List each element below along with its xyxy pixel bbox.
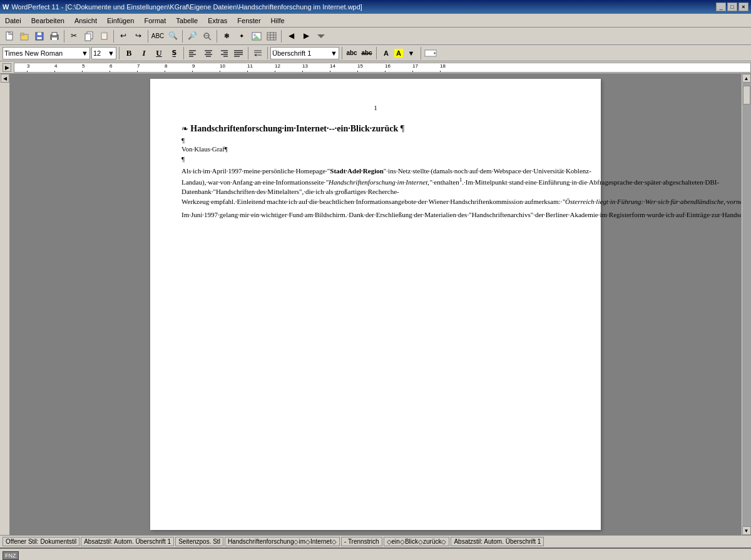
- nav-fwd-button[interactable]: ▶: [299, 29, 313, 43]
- menu-fenster[interactable]: Fenster: [232, 14, 265, 27]
- menu-datei[interactable]: Datei: [0, 14, 26, 27]
- svg-rect-8: [37, 37, 42, 39]
- zoom-in-button[interactable]: 🔎: [185, 29, 199, 43]
- shadow-button[interactable]: S̲: [167, 47, 181, 59]
- undo-button[interactable]: ↩: [116, 29, 130, 43]
- zoom-out-button[interactable]: [200, 29, 214, 43]
- ruler-mark-3: 3: [27, 63, 29, 69]
- abc-button2[interactable]: abc: [360, 47, 374, 59]
- font-dropdown-icon: ▼: [81, 49, 88, 57]
- new-button[interactable]: [3, 29, 16, 43]
- color-button[interactable]: A: [379, 47, 393, 59]
- ruler-tick: [192, 71, 193, 73]
- ruler-mark-17: 17: [412, 63, 418, 69]
- svg-rect-5: [21, 33, 24, 35]
- align-center-button[interactable]: [202, 47, 215, 59]
- minimize-button[interactable]: _: [716, 3, 726, 11]
- paragraph-2: Im·Juni·1997·gelang·mir·ein·wichtiger·Fu…: [181, 210, 570, 220]
- reveal-code-line: FNZ: [3, 551, 748, 560]
- page-number: 1: [181, 104, 570, 111]
- indent-button[interactable]: [251, 47, 265, 59]
- menu-bearbeiten[interactable]: Bearbeiten: [26, 14, 69, 27]
- menu-einfuegen[interactable]: Einfügen: [102, 14, 139, 27]
- font-size-value: 12: [93, 49, 101, 57]
- abc-button1[interactable]: abc: [345, 47, 359, 59]
- ruler-tick: [220, 71, 220, 73]
- ruler-mark-6: 6: [110, 63, 112, 69]
- formatting-toolbar: Times New Roman ▼ 12 ▼ B I U S̲ Überschr…: [0, 45, 751, 61]
- ruler-toggle[interactable]: ▶: [3, 63, 11, 72]
- svg-point-18: [253, 34, 256, 36]
- align-right-button[interactable]: [217, 47, 230, 59]
- document-page: 1 ❧ Handschriftenforschung·im·Internet·-…: [150, 79, 601, 530]
- window-title: WordPerfect 11 - [C:\Dokumente und Einst…: [11, 3, 362, 11]
- ruler-tick: [110, 71, 110, 73]
- style-selector[interactable]: Überschrift 1 ▼: [270, 47, 339, 59]
- ruler-mark-4: 4: [54, 63, 57, 69]
- scroll-left-btn[interactable]: ◀: [1, 74, 9, 83]
- highlight-button[interactable]: A: [394, 49, 403, 58]
- ruler-tick: [302, 71, 303, 73]
- table-button[interactable]: [265, 29, 278, 43]
- menu-hilfe[interactable]: Hilfe: [266, 14, 290, 27]
- redo-button[interactable]: ↪: [131, 29, 145, 43]
- sep-fmt7: [421, 47, 421, 59]
- ruler-tick: [412, 71, 413, 73]
- ruler-tick: [330, 71, 330, 73]
- code-tag: FNZ: [3, 551, 19, 560]
- open-button[interactable]: [18, 29, 31, 43]
- status-text2: ◇ein◇Blick◇zurück◇: [384, 537, 450, 546]
- ruler-mark-10: 10: [220, 63, 225, 69]
- style-dropdown-icon: ▼: [330, 49, 337, 57]
- paste-button[interactable]: 📋: [97, 29, 111, 43]
- maximize-button[interactable]: □: [727, 3, 737, 11]
- sep-fmt4: [267, 47, 268, 59]
- menu-ansicht[interactable]: Ansicht: [69, 14, 102, 27]
- svg-rect-10: [52, 33, 57, 36]
- menu-tabelle[interactable]: Tabelle: [171, 14, 203, 27]
- cut-button[interactable]: ✂: [67, 29, 81, 43]
- font-name-selector[interactable]: Times New Roman ▼: [3, 47, 90, 59]
- dropdown-button1[interactable]: [314, 29, 328, 43]
- sep-fmt1: [119, 47, 120, 59]
- title-pilcrow: ¶: [398, 124, 404, 133]
- spellcheck-button[interactable]: ABC: [151, 29, 165, 43]
- ruler-mark-13: 13: [302, 63, 308, 69]
- scroll-down-button[interactable]: ▼: [742, 526, 751, 535]
- style-dropdown-btn[interactable]: [424, 47, 437, 59]
- graphics-button[interactable]: [250, 29, 263, 43]
- reveal-codes-panel: FNZVon◇Klaus◇GrafFNZFNZAls◇ich◇im◇April◇…: [0, 547, 751, 560]
- pilcrow-icon: ❧: [181, 124, 190, 133]
- sep-fmt3: [248, 47, 248, 59]
- ruler-mark-11: 11: [247, 63, 253, 69]
- find-button[interactable]: 🔍: [166, 29, 180, 43]
- align-left-button[interactable]: [186, 47, 200, 59]
- italic-button[interactable]: I: [137, 47, 151, 59]
- insert-symbol-button[interactable]: ✦: [235, 29, 248, 43]
- copy-button[interactable]: [82, 29, 96, 43]
- ruler-tick: [440, 71, 441, 73]
- menu-bar: Datei Bearbeiten Ansicht Einfügen Format…: [0, 14, 751, 28]
- justify-button[interactable]: [232, 47, 245, 59]
- menu-format[interactable]: Format: [139, 14, 171, 27]
- underline-button[interactable]: U: [152, 47, 166, 59]
- svg-line-15: [208, 38, 211, 40]
- save-button[interactable]: [33, 29, 46, 43]
- scroll-thumb[interactable]: [743, 86, 750, 104]
- ruler-mark-7: 7: [137, 63, 140, 69]
- menu-extras[interactable]: Extras: [203, 14, 232, 27]
- print-button[interactable]: [48, 29, 61, 43]
- scroll-up-button[interactable]: ▲: [742, 74, 751, 83]
- separator2: [113, 30, 114, 43]
- scroll-track[interactable]: [742, 83, 751, 526]
- ruler-tick: [275, 71, 275, 73]
- title-bar: W WordPerfect 11 - [C:\Dokumente und Ein…: [0, 0, 751, 14]
- title-bar-controls: _ □ ×: [716, 3, 748, 11]
- ruler-mark-15: 15: [357, 63, 363, 69]
- close-button[interactable]: ×: [738, 3, 748, 11]
- font-size-selector[interactable]: 12 ▼: [91, 47, 116, 59]
- highlight-dropdown[interactable]: ▼: [404, 47, 418, 59]
- insert-special-button[interactable]: ✼: [220, 29, 233, 43]
- nav-back-button[interactable]: ◀: [284, 29, 298, 43]
- bold-button[interactable]: B: [122, 47, 136, 59]
